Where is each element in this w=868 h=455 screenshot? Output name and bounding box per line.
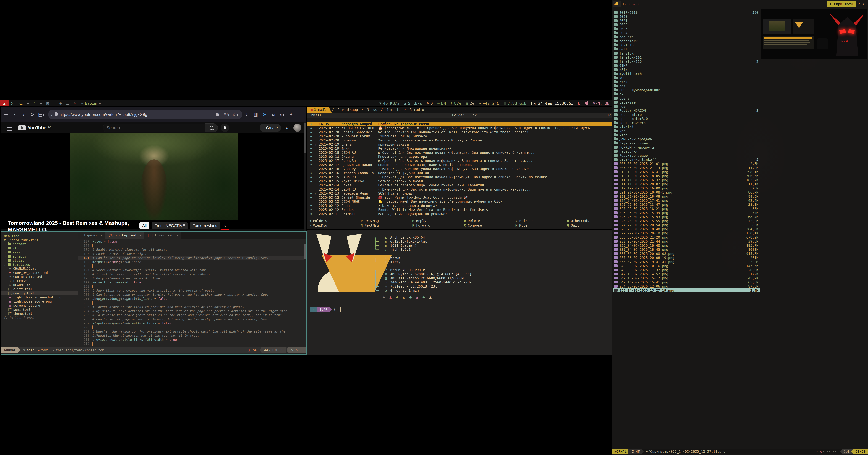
file-row[interactable]: 003_03-01-2025_21-01.png2,6M — [613, 162, 760, 166]
dir-row[interactable]: статистика tinkoff5 — [613, 158, 760, 162]
file-row[interactable]: 047_16-02-2025_14-52.png172K — [613, 272, 760, 276]
file-row[interactable]: 035_04-02-2025_16-40.png995,7K — [613, 243, 760, 248]
translate-icon[interactable]: Aא — [223, 112, 230, 117]
message-row[interactable]: 2025-02-16Ozon_Py! Важно! Для Вас поступ… — [307, 167, 612, 171]
yt-menu-icon[interactable] — [6, 125, 13, 131]
dir-row[interactable]: firefox-102 — [613, 55, 760, 59]
image-icon[interactable]: ▣ — [46, 101, 49, 105]
dir-row[interactable]: OBS - шумоподавление — [613, 88, 760, 92]
dir-row[interactable]: НОРКОМ - маршруты — [613, 145, 760, 149]
pointer-extension-icon[interactable]: ➤ — [261, 112, 268, 117]
dir-row[interactable]: Звуковая схема — [613, 141, 760, 145]
dir-row[interactable]: COVID19 — [613, 43, 760, 47]
tree-dir[interactable]: ›sass — [1, 250, 78, 254]
file-row[interactable]: 055_24-02-2025_15:27:19.png2,4M — [613, 288, 760, 292]
dir-row[interactable]: Редактор видео — [613, 153, 760, 158]
menu-icon[interactable] — [2, 112, 9, 117]
message-row[interactable]: ●2025-02-12ExodusExodus Wallet: New Veri… — [307, 207, 612, 212]
tree-file[interactable]: ▦lighthouse_score.png — [1, 299, 78, 303]
message-row[interactable]: ●2025-02-20НеонилаЭкспресс-доставка груз… — [307, 138, 612, 142]
reload-button[interactable]: ⟳ — [29, 112, 36, 117]
file-row[interactable]: 019_19-01-2025_16-09.png20K — [613, 186, 760, 190]
file-row[interactable]: 005_05-01-2025_21-13.png14,2K — [613, 166, 760, 170]
close-icon[interactable]: × — [100, 233, 102, 237]
file-row[interactable]: 028_28-01-2025_18-48.png264,8K — [613, 227, 760, 231]
file-row[interactable]: 054_23-02-2025_12-06.png87,6K — [613, 284, 760, 288]
bell-module[interactable]: Ω — [578, 101, 580, 105]
message-row[interactable]: ●∮2025-02-19Ольгаприведем заказы — [307, 142, 612, 146]
tree-file[interactable]: [T]config.toml — [1, 291, 78, 295]
message-row[interactable]: ●∮2025-02-13Лебедева ЮлияSOS! Нужна помо… — [307, 191, 612, 195]
file-row[interactable]: 035_04-02-2025_16-45.png1003K — [613, 248, 760, 252]
tree-file[interactable]: ≋README.md — [1, 283, 78, 287]
notifications-bell-icon[interactable]: 🜃 — [285, 125, 289, 131]
message-row[interactable]: ●2025-02-19ЮлияРегистрация и Ликвидация … — [307, 146, 612, 150]
dir-row[interactable]: firefox — [613, 51, 760, 55]
youtube-wordmark[interactable]: YouTube — [28, 125, 46, 131]
search-input[interactable]: Search — [103, 124, 206, 132]
message-row[interactable]: 2025-02-14ЭльзаРеклама от первого лица, … — [307, 183, 612, 187]
dir-row[interactable]: vpn — [613, 129, 760, 133]
dir-row[interactable]: dell — [613, 47, 760, 51]
page-scrollbar[interactable] — [304, 122, 306, 230]
file-row[interactable]: 025_25-01-2025_18-21.png30K — [613, 206, 760, 210]
youtube-logo-icon[interactable] — [18, 125, 26, 130]
file-row[interactable]: 011_11-01-2025_16-37.png103,7K — [613, 178, 760, 182]
dir-row[interactable]: Vivaldi — [613, 125, 760, 129]
library-icon[interactable]: ▥ — [252, 112, 259, 117]
shell-prompt[interactable]: ~ 1.20 $ — [310, 307, 341, 312]
dir-row[interactable]: obs — [613, 84, 760, 88]
tmux-tab[interactable]: 3 rss — [364, 107, 380, 112]
editor-scrollbar[interactable] — [304, 244, 306, 259]
message-row[interactable]: ●2025-02-18OZON_RU⊠ Срочно! Для Вас пост… — [307, 150, 612, 155]
message-row[interactable]: ●2025-02-17Ozon.Ru⊠ Срочно! Для Вас есть… — [307, 159, 612, 163]
tree-dir[interactable]: ›static — [1, 258, 78, 262]
dir-row[interactable]: xfce — [613, 133, 760, 137]
forward-button[interactable]: › — [20, 112, 27, 117]
avatar[interactable] — [293, 124, 301, 132]
message-row[interactable]: ●2025-02-13Daniel Shnaider🧰 Your Warmy T… — [307, 195, 612, 199]
downloads-icon[interactable]: ⤓ — [243, 112, 250, 117]
tree-file[interactable]: ≔CHANGELOG.md — [1, 267, 78, 271]
tree-dir[interactable]: ›i18n — [1, 246, 78, 250]
file-row[interactable]: 026_26-01-2025_15-55.png72,3K — [613, 219, 760, 223]
message-row[interactable]: ●2025-02-18ОксанаИнформация для директор… — [307, 155, 612, 159]
dir-row[interactable]: KSIN — [613, 68, 760, 72]
close-icon[interactable]: × — [139, 233, 141, 237]
notifications-module[interactable]: ☻0 — [427, 101, 433, 105]
sidebar-button[interactable]: ▤▾ — [38, 112, 45, 117]
dir-row[interactable]: benchmark — [613, 39, 760, 43]
file-row[interactable]: 047_16-02-2025_15-41.png65,5K — [613, 280, 760, 284]
message-row[interactable]: ●2025-02-17Даниил СотниковБольшое обновл… — [307, 163, 612, 167]
filter-chip[interactable]: Tomorrowland — [190, 222, 220, 229]
tree-file[interactable]: ▦screenshot.png — [1, 303, 78, 307]
file-row[interactable]: 040_09-02-2025_10-16.png147,5K — [613, 264, 760, 268]
dir-row[interactable]: 2017-2019380 — [613, 10, 760, 14]
dir-row[interactable]: ok — [613, 92, 760, 96]
bookmark-icon[interactable]: ☆▾ — [232, 112, 239, 117]
yazi-tab[interactable]: 2 X — [856, 1, 867, 7]
vpn-module[interactable]: VPN: ON — [593, 101, 609, 105]
pulse-icon[interactable]: ∿ — [74, 101, 77, 105]
tree-dir[interactable]: ›content — [1, 242, 78, 246]
tmux-tab[interactable]: 2 whatsapp — [334, 107, 361, 112]
file-row[interactable]: 030_30-01-2025_21-20.png678,9K — [613, 235, 760, 239]
dir-row[interactable]: mywifi-arch — [613, 72, 760, 76]
dir-row[interactable]: test browsers — [613, 121, 760, 125]
file-row[interactable]: 010_10-01-2025_18-05.png706,5K — [613, 174, 760, 178]
file-row[interactable]: 021_21-01-2025_18-08.png84,6K — [613, 194, 760, 198]
file-row[interactable]: 047_16-02-2025_15-17.png45,9K — [613, 276, 760, 280]
chips-more-icon[interactable]: › — [224, 223, 226, 229]
file-row[interactable]: 027_27-01-2025_20-54.png80K — [613, 223, 760, 227]
dir-row[interactable]: 2024 — [613, 31, 760, 35]
arch-launcher-icon[interactable]: ▲ — [0, 100, 8, 106]
list-icon[interactable]: ☰ — [66, 101, 69, 105]
tree-file[interactable]: [T]sumi.toml — [1, 307, 78, 312]
dir-row[interactable]: 2021 — [613, 19, 760, 23]
message-row[interactable]: ●2025-02-15Идите ЛесомЧетыре истории о л… — [307, 179, 612, 183]
message-row[interactable]: ●2025-02-11JETMAILВаш надежный подрядчик… — [307, 212, 612, 216]
filter-chip[interactable]: From iNEGATIVE — [152, 222, 188, 229]
file-row[interactable]: 026_26-01-2025_15-53.png68,4K — [613, 215, 760, 219]
file-row[interactable]: 040_09-02-2025_17-37.png20,9K — [613, 268, 760, 272]
shield-icon[interactable]: ◒ — [51, 112, 53, 117]
